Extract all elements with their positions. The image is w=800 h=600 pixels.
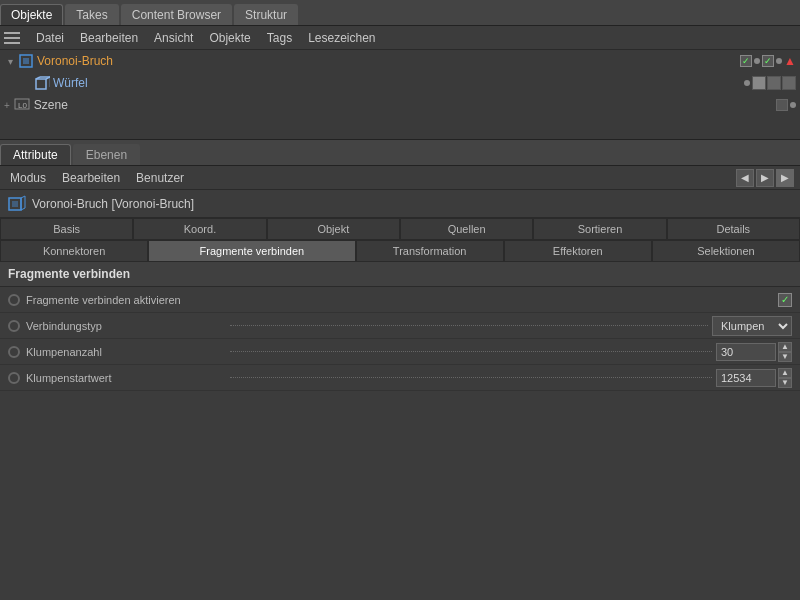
prop-row-seed: Klumpenstartwert ▲ ▼ [0,365,800,391]
voronoi-check2[interactable]: ✓ [762,55,774,67]
svg-text:L0: L0 [18,101,27,110]
tab-objekte[interactable]: Objekte [0,4,63,25]
prop-circle-type [8,320,20,332]
prop-number-seed: ▲ ▼ [716,368,792,388]
gray-sq1 [752,76,766,90]
object-title-row: Voronoi-Bruch [Voronoi-Bruch] [0,190,800,218]
svg-rect-10 [12,201,18,207]
object-title-text: Voronoi-Bruch [Voronoi-Bruch] [32,197,194,211]
tab-attribute[interactable]: Attribute [0,144,71,165]
section-header: Fragmente verbinden [0,262,800,287]
prop-row-activate: Fragmente verbinden aktivieren ✓ [0,287,800,313]
tab-struktur[interactable]: Struktur [234,4,298,25]
tg-objekt[interactable]: Objekt [267,218,400,240]
menu-datei[interactable]: Datei [28,29,72,47]
svg-rect-1 [23,58,29,64]
spin-count-up[interactable]: ▲ [778,342,792,352]
object-row-voronoi[interactable]: ▾ Voronoi-Bruch ✓ ✓ ▲ [0,50,800,72]
szene-expand[interactable]: + [4,100,10,111]
wurfel-gray-icons [752,76,796,90]
prop-circle-seed [8,372,20,384]
voronoi-dot1 [754,58,760,64]
voronoi-controls: ✓ ✓ ▲ [740,54,796,68]
gray-sq2 [767,76,781,90]
attr-tab-bar: Attribute Ebenen [0,140,800,166]
expand-icon-voronoi[interactable]: ▾ [4,55,16,67]
tg-fragmente[interactable]: Fragmente verbinden [148,240,355,262]
menu-ansicht[interactable]: Ansicht [146,29,201,47]
tab-ebenen[interactable]: Ebenen [73,144,140,165]
tab-grid-row1: Basis Koord. Objekt Quellen Sortieren De… [0,218,800,240]
voronoi-check1[interactable]: ✓ [740,55,752,67]
arrow-right[interactable]: ▶ [756,169,774,187]
svg-rect-2 [36,79,46,89]
gray-sq3 [782,76,796,90]
prop-number-count: ▲ ▼ [716,342,792,362]
prop-row-type: Verbindungstyp Klumpen Typ 2 [0,313,800,339]
szene-num-icon: L0 [14,96,30,114]
tg-konnektoren[interactable]: Konnektoren [0,240,148,262]
voronoi-dot2 [776,58,782,64]
spin-seed: ▲ ▼ [778,368,792,388]
voronoi-name: Voronoi-Bruch [37,54,740,68]
spin-seed-up[interactable]: ▲ [778,368,792,378]
prop-row-count: Klumpenanzahl ▲ ▼ [0,339,800,365]
voronoi-icon [18,53,34,69]
properties-list: Fragmente verbinden aktivieren ✓ Verbind… [0,287,800,391]
menu-tags[interactable]: Tags [259,29,300,47]
prop-label-activate: Fragmente verbinden aktivieren [26,294,226,306]
prop-label-type: Verbindungstyp [26,320,226,332]
attr-modus[interactable]: Modus [6,169,50,187]
tg-selektionen[interactable]: Selektionen [652,240,800,262]
wurfel-dot [744,80,750,86]
prop-input-count[interactable] [716,343,776,361]
tab-content-browser[interactable]: Content Browser [121,4,232,25]
object-row-szene[interactable]: + L0 Szene [0,94,800,116]
wurfel-icon [34,75,50,91]
prop-circle-count [8,346,20,358]
arrow-left[interactable]: ◀ [736,169,754,187]
attr-benutzer[interactable]: Benutzer [132,169,188,187]
prop-label-seed: Klumpenstartwert [26,372,226,384]
szene-name: Szene [34,98,68,112]
tg-basis[interactable]: Basis [0,218,133,240]
prop-label-count: Klumpenanzahl [26,346,226,358]
object-title-icon [8,195,26,213]
spin-count-down[interactable]: ▼ [778,352,792,362]
voronoi-warn: ▲ [784,54,796,68]
prop-select-type[interactable]: Klumpen Typ 2 [712,316,792,336]
prop-input-seed[interactable] [716,369,776,387]
wurfel-name: Würfel [53,76,744,90]
menu-bearbeiten[interactable]: Bearbeiten [72,29,146,47]
szene-controls [776,99,796,111]
spin-seed-down[interactable]: ▼ [778,378,792,388]
tg-quellen[interactable]: Quellen [400,218,533,240]
prop-circle-activate [8,294,20,306]
spin-count: ▲ ▼ [778,342,792,362]
attr-nav-arrows: ◀ ▶ ▶ [736,169,794,187]
tg-koord[interactable]: Koord. [133,218,266,240]
tg-effektoren[interactable]: Effektoren [504,240,652,262]
menu-bar: Datei Bearbeiten Ansicht Objekte Tags Le… [0,26,800,50]
tg-details[interactable]: Details [667,218,800,240]
attr-toolbar: Modus Bearbeiten Benutzer ◀ ▶ ▶ [0,166,800,190]
objects-panel: ▾ Voronoi-Bruch ✓ ✓ ▲ ▾ [0,50,800,140]
attr-bearbeiten[interactable]: Bearbeiten [58,169,124,187]
top-tab-bar: Objekte Takes Content Browser Struktur [0,0,800,26]
szene-check1 [776,99,788,111]
hamburger-icon[interactable] [4,29,24,47]
tg-sortieren[interactable]: Sortieren [533,218,666,240]
tab-takes[interactable]: Takes [65,4,118,25]
tg-transformation[interactable]: Transformation [356,240,504,262]
tab-grid-row2: Konnektoren Fragmente verbinden Transfor… [0,240,800,262]
menu-lesezeichen[interactable]: Lesezeichen [300,29,383,47]
szene-dot [790,102,796,108]
arrow-right2[interactable]: ▶ [776,169,794,187]
prop-checkbox-activate[interactable]: ✓ [778,293,792,307]
object-row-wurfel[interactable]: ▾ Würfel [0,72,800,94]
menu-objekte[interactable]: Objekte [201,29,258,47]
wurfel-controls [744,76,796,90]
